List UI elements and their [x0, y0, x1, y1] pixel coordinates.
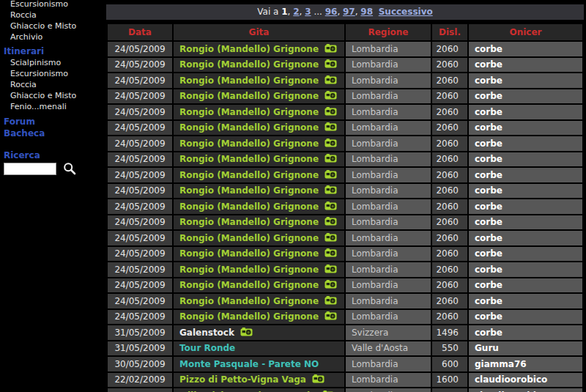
trip-region: Lombardia — [346, 199, 431, 214]
table-row: 24/05/2009 Rongio (Mandello) Grignone Lo… — [108, 136, 582, 151]
camera-icon — [324, 217, 337, 226]
column-header-regione: Regione — [346, 24, 431, 40]
column-header-onicer: Onicer — [469, 24, 582, 40]
trip-link[interactable]: Rongio (Mandello) Grignone — [179, 107, 319, 117]
trip-user: corbe — [469, 199, 582, 214]
trip-link[interactable]: Rongio (Mandello) Grignone — [179, 296, 319, 306]
trip-user: corbe — [469, 168, 582, 182]
trip-date: 24/05/2009 — [108, 42, 172, 56]
sidebar: Escursionismo Roccia Ghiaccio e Misto Ar… — [0, 0, 106, 392]
sidebar-item[interactable]: Escursionismo — [0, 68, 106, 79]
pagination-link[interactable]: Successivo — [379, 7, 433, 17]
sidebar-item-forum[interactable]: Forum — [0, 116, 106, 127]
trip-date: 24/05/2009 — [108, 105, 172, 119]
sidebar-item[interactable]: Archivio — [0, 32, 106, 42]
camera-icon — [324, 185, 337, 194]
trip-link[interactable]: Rongio (Mandello) Grignone — [179, 75, 319, 86]
trip-elevation: 2060 — [432, 89, 467, 104]
trip-user: claudioorobico — [469, 373, 582, 388]
trip-link[interactable]: Rongio (Mandello) Grignone — [179, 233, 319, 243]
camera-icon — [312, 374, 324, 383]
table-row: 24/05/2009 Rongio (Mandello) Grignone Lo… — [108, 121, 582, 136]
trip-elevation: 2060 — [432, 152, 467, 167]
camera-icon — [240, 328, 253, 336]
trip-user: corbe — [469, 294, 582, 308]
trip-region: Lombardia — [346, 58, 431, 73]
pagination-current-page: 1 — [281, 7, 287, 17]
trip-user: corbe — [469, 262, 582, 277]
trip-link[interactable]: Rongio (Mandello) Grignone — [179, 122, 319, 133]
camera-icon — [324, 248, 337, 257]
trip-link[interactable]: Monte Pasquale - Parete NO — [179, 359, 319, 369]
camera-icon — [324, 280, 337, 289]
sidebar-item[interactable]: Fenio...menali — [0, 101, 106, 112]
table-row: 24/05/2009 Rongio (Mandello) Grignone Lo… — [108, 168, 582, 182]
trip-region: Lombardia — [346, 247, 431, 262]
trip-region: Valle d'Aosta — [346, 341, 431, 356]
trip-link[interactable]: Tour Ronde — [179, 343, 235, 353]
trip-link[interactable]: Rongio (Mandello) Grignone — [179, 91, 319, 101]
search-row — [0, 162, 106, 175]
sidebar-item[interactable]: Roccia — [0, 79, 106, 90]
trip-date: 24/05/2009 — [108, 136, 172, 151]
sidebar-item[interactable]: Escursionismo — [0, 0, 106, 10]
trip-link[interactable]: Rongio (Mandello) Grignone — [179, 138, 319, 149]
trip-elevation: 2060 — [432, 105, 467, 119]
sidebar-item[interactable]: Scialpinismo — [0, 57, 106, 68]
table-row: 24/05/2009 Rongio (Mandello) Grignone Lo… — [108, 294, 582, 308]
trip-link[interactable]: Rongio (Mandello) Grignone — [179, 44, 319, 54]
camera-icon — [324, 311, 337, 320]
pagination-link[interactable]: 98 — [360, 7, 373, 17]
trip-date: 24/05/2009 — [108, 231, 172, 245]
pagination-text — [373, 7, 379, 17]
pagination-link[interactable]: 2 — [293, 7, 299, 17]
trip-region: Lombardia — [346, 42, 431, 56]
trip-link[interactable]: Rongio (Mandello) Grignone — [179, 59, 319, 70]
table-row: 24/05/2009 Rongio (Mandello) Grignone Lo… — [108, 199, 582, 214]
sidebar-item[interactable]: Ghiaccio e Misto — [0, 90, 106, 101]
table-row: 24/05/2009 Rongio (Mandello) Grignone Lo… — [108, 231, 582, 245]
trip-link[interactable]: Rongio (Mandello) Grignone — [179, 311, 319, 322]
sidebar-item[interactable]: Roccia — [0, 10, 106, 21]
trip-elevation: 2060 — [432, 121, 467, 136]
trip-region: Lombardia — [346, 105, 431, 119]
trip-region: Lombardia — [346, 152, 431, 167]
trip-link[interactable]: Rongio (Mandello) Grignone — [179, 154, 319, 164]
trip-elevation: 550 — [432, 341, 467, 356]
pagination-link[interactable]: 96 — [325, 7, 338, 17]
pagination-link[interactable]: 97 — [343, 7, 355, 17]
sidebar-item-bacheca[interactable]: Bacheca — [0, 127, 106, 139]
camera-icon — [324, 233, 337, 242]
trip-link[interactable]: Rongio (Mandello) Grignone — [179, 201, 319, 212]
trip-region: Lombardia — [346, 310, 431, 325]
trip-user: corbe — [469, 310, 582, 325]
trip-link[interactable]: Rongio (Mandello) Grignone — [179, 248, 319, 259]
camera-icon — [324, 201, 337, 210]
trip-elevation: 2060 — [432, 199, 467, 214]
table-header-row: Data Gita Regione Disl. Onicer — [108, 24, 582, 40]
trip-user: claudioorobico — [469, 388, 582, 392]
trip-link[interactable]: Rongio (Mandello) Grignone — [179, 280, 319, 290]
trip-link[interactable]: Rongio (Mandello) Grignone — [179, 170, 319, 180]
trip-elevation: 2060 — [432, 184, 467, 199]
trip-user: corbe — [469, 58, 582, 73]
trip-link[interactable]: Rongio (Mandello) Grignone — [179, 217, 319, 227]
trip-link[interactable]: Pizzo di Petto-Vigna Vaga — [179, 374, 306, 385]
sidebar-item[interactable]: Ghiaccio e Misto — [0, 21, 106, 32]
column-header-gita: Gita — [174, 24, 344, 40]
trip-elevation: 800 — [432, 388, 467, 392]
trip-user: Guru — [469, 341, 582, 356]
trip-elevation: 2060 — [432, 73, 467, 88]
trip-link[interactable]: Rongio (Mandello) Grignone — [179, 265, 319, 275]
column-header-disl: Disl. — [432, 24, 467, 40]
trip-region: Lombardia — [346, 278, 431, 293]
trip-link[interactable]: Galenstock — [179, 328, 234, 338]
trip-elevation: 2060 — [432, 262, 467, 277]
trip-link[interactable]: Rongio (Mandello) Grignone — [179, 185, 319, 196]
trip-user: corbe — [469, 42, 582, 56]
trip-region: Svizzera — [346, 325, 431, 340]
pagination-link[interactable]: 3 — [305, 7, 311, 17]
search-input[interactable] — [4, 163, 56, 175]
magnifier-icon[interactable] — [63, 162, 76, 175]
trip-region: Lombardia — [346, 388, 431, 392]
